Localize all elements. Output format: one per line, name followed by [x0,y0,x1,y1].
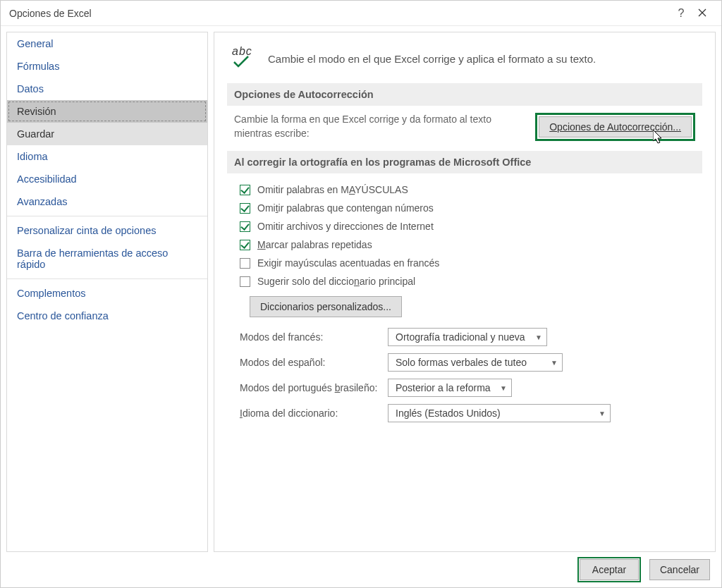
dialog-footer: Aceptar Cancelar [1,552,721,587]
checkbox[interactable] [240,203,250,214]
cancel-button[interactable]: Cancelar [649,559,710,580]
options-content: abc Cambie el modo en el que Excel corri… [214,32,716,552]
sidebar-item-data[interactable]: Datos [7,78,207,100]
select-dictionary-language[interactable]: Inglés (Estados Unidos)▼ [388,404,611,422]
select-french-modes[interactable]: Ortografía tradicional y nueva▼ [388,328,547,346]
chevron-down-icon: ▼ [535,333,542,341]
sidebar-item-quick-access[interactable]: Barra de herramientas de acceso rápido [7,242,207,276]
page-intro: abc Cambie el modo en el que Excel corri… [230,47,702,71]
excel-options-dialog: Opciones de Excel ? General Fórmulas Dat… [0,0,722,588]
check-label: Omitir palabras que contengan números [257,202,434,214]
checkmark-icon [233,55,250,69]
check-flag-repeated: Marcar palabras repetidas [234,235,695,254]
label-dictionary-language: Idioma del diccionario: [240,408,388,419]
label-spanish-modes: Modos del español: [240,357,388,368]
ok-button[interactable]: Aceptar [580,559,639,580]
check-label: Marcar palabras repetidas [257,239,372,250]
sidebar-item-language[interactable]: Idioma [7,145,207,168]
proofing-icon: abc [230,47,258,71]
intro-text: Cambie el modo en el que Excel corrige y… [268,53,596,65]
check-main-dictionary: Sugerir solo del diccionario principal [234,272,695,290]
row-dictionary-language: Idioma del diccionario: Inglés (Estados … [234,400,695,426]
chevron-down-icon: ▼ [599,410,606,417]
sidebar-separator [7,278,207,279]
checkbox[interactable] [240,221,250,232]
autocorrect-options-button[interactable]: Opciones de Autocorrección... [539,116,692,137]
titlebar: Opciones de Excel ? [1,1,721,26]
sidebar-item-accessibility[interactable]: Accesibilidad [7,168,207,190]
sidebar-item-general[interactable]: General [7,32,207,55]
custom-dictionaries-button[interactable]: Diccionarios personalizados... [250,296,402,317]
check-ignore-uppercase: Omitir palabras en MAYÚSCULAS [234,180,695,199]
sidebar-item-customize-ribbon[interactable]: Personalizar cinta de opciones [7,219,207,242]
ok-button-highlight: Aceptar [577,557,641,582]
spelling-checkboxes: Omitir palabras en MAYÚSCULAS Omitir pal… [234,180,695,290]
select-spanish-modes[interactable]: Solo formas verbales de tuteo▼ [388,353,563,372]
row-spanish-modes: Modos del español: Solo formas verbales … [234,350,695,375]
sidebar-item-formulas[interactable]: Fórmulas [7,55,207,78]
select-portuguese-modes[interactable]: Posterior a la reforma▼ [388,379,512,397]
checkbox[interactable] [240,276,250,287]
chevron-down-icon: ▼ [551,359,558,367]
check-label: Omitir archivos y direcciones de Interne… [257,221,434,232]
window-title: Opciones de Excel [9,8,671,19]
sidebar-item-trust-center[interactable]: Centro de confianza [7,305,207,327]
close-button[interactable] [692,7,713,19]
label-french-modes: Modos del francés: [240,331,388,343]
check-label: Exigir mayúsculas acentuadas en francés [257,257,439,269]
check-ignore-numbers: Omitir palabras que contengan números [234,199,695,217]
check-label: Sugerir solo del diccionario principal [257,276,415,287]
autocorrect-description: Cambie la forma en que Excel corrige y d… [234,113,521,140]
checkbox[interactable] [240,185,250,195]
row-french-modes: Modos del francés: Ortografía tradiciona… [234,324,695,350]
help-button[interactable]: ? [671,7,692,20]
sidebar-item-addins[interactable]: Complementos [7,282,207,305]
sidebar-item-advanced[interactable]: Avanzadas [7,190,207,213]
sidebar-item-proofing[interactable]: Revisión [7,100,207,123]
close-icon [698,8,706,17]
checkbox[interactable] [240,258,250,269]
checkbox[interactable] [240,240,250,250]
autocorrect-button-highlight: Opciones de Autocorrección... [535,113,695,141]
options-sidebar: General Fórmulas Datos Revisión Guardar … [6,32,208,552]
row-portuguese-modes: Modos del portugués brasileño: Posterior… [234,375,695,400]
sidebar-item-save[interactable]: Guardar [7,123,207,145]
check-label: Omitir palabras en MAYÚSCULAS [257,184,408,195]
chevron-down-icon: ▼ [500,384,507,392]
label-portuguese-modes: Modos del portugués brasileño: [240,382,388,393]
sidebar-separator [7,216,207,216]
check-ignore-internet: Omitir archivos y direcciones de Interne… [234,217,695,235]
section-autocorrect-title: Opciones de Autocorrección [227,83,702,106]
check-french-accents: Exigir mayúsculas acentuadas en francés [234,254,695,272]
section-spelling-title: Al corregir la ortografía en los program… [227,151,702,173]
